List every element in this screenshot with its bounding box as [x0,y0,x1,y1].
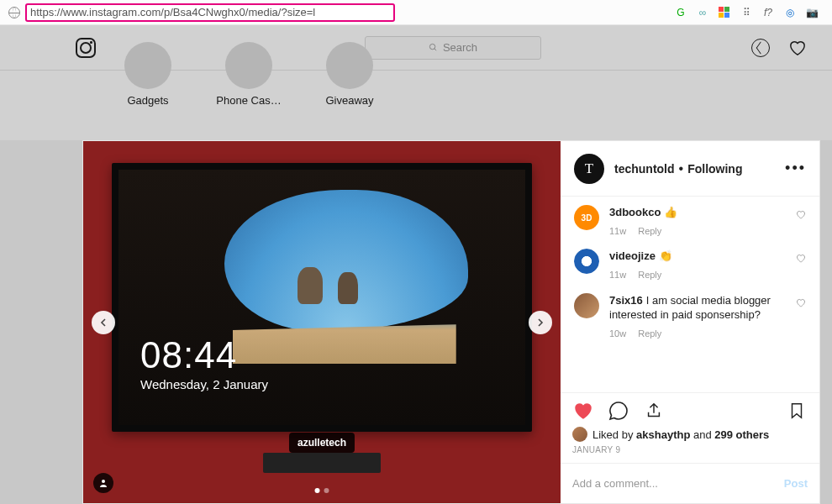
extension-icons: G ∞ ⠿ f? ◎ 📷 [674,6,824,19]
story-gadgets[interactable]: Gadgets [118,76,178,107]
likes-count[interactable]: 299 others [714,428,769,441]
liker-avatar [572,427,587,442]
post-actions [561,392,819,427]
prev-photo-button[interactable] [92,311,115,334]
clock-date: Wednesday, 2 January [140,377,268,391]
ext-target-icon[interactable]: ◎ [783,6,797,19]
comment-age: 11w [609,269,626,281]
commenter-avatar[interactable]: 3D [574,205,599,230]
share-button[interactable] [643,400,665,422]
like-comment-icon[interactable] [796,210,806,219]
commenter-username[interactable]: 7six16 [609,294,643,307]
commenter-avatar[interactable] [574,249,599,274]
ext-font-icon[interactable]: f? [761,6,775,19]
photo-tag[interactable]: azulletech [289,433,355,453]
likes-suffix: and [690,428,714,441]
more-options-button[interactable]: ••• [785,160,806,177]
tv-stand [263,453,381,473]
svg-rect-2 [719,13,724,18]
ext-link-icon[interactable]: ∞ [696,6,709,19]
carousel-dots [315,488,329,493]
add-comment-row: Add a comment... Post [561,463,819,503]
comment-age: 11w [609,225,626,238]
instagram-logo-icon[interactable] [76,38,96,58]
ext-grid-icon[interactable]: ⠿ [740,6,753,19]
reply-button[interactable]: Reply [638,328,661,340]
commenter-username[interactable]: videojize [609,249,656,262]
comment-age: 10w [609,328,626,340]
stories-row: Gadgets Phone Cas… Giveaway [0,71,832,140]
svg-rect-3 [724,13,729,18]
story-label: Gadgets [127,94,168,107]
likes-user[interactable]: akshaythp [636,428,690,441]
share-icon [645,401,663,421]
comment-button[interactable] [608,400,629,422]
reply-button[interactable]: Reply [638,269,661,281]
comment: videojize👏 11wReply [574,249,806,281]
story-label: Phone Cas… [216,94,281,107]
comments-list: 3D 3dbookco👍 11wReply videojize👏 11wRepl… [561,197,819,392]
like-button[interactable] [572,400,594,422]
likes-summary[interactable]: Liked by akshaythp and 299 others [561,427,819,445]
search-placeholder: Search [443,41,477,54]
comment-icon [608,401,629,421]
likes-prefix: Liked by [592,428,636,441]
save-button[interactable] [786,400,808,422]
svg-point-4 [429,44,434,49]
reply-button[interactable]: Reply [638,225,661,238]
next-photo-button[interactable] [529,311,552,334]
add-comment-input[interactable]: Add a comment... [572,477,784,490]
search-icon [429,43,438,52]
url-input[interactable]: https://www.instagram.com/p/Bsa4CNwghx0/… [25,3,395,22]
explore-icon[interactable] [751,39,770,57]
lockscreen-clock: 08:44 Wednesday, 2 January [140,337,268,391]
svg-line-5 [434,49,436,50]
post-comment-button[interactable]: Post [784,477,808,490]
url-text: https://www.instagram.com/p/Bsa4CNwghx0/… [30,6,315,18]
tv-screen: 08:44 Wednesday, 2 January [118,170,525,425]
svg-point-6 [102,480,105,483]
ext-camera-icon[interactable]: 📷 [805,6,819,19]
like-comment-icon[interactable] [796,254,806,263]
globe-icon [8,7,20,18]
activity-heart-icon[interactable] [788,39,807,56]
tv-frame: 08:44 Wednesday, 2 January [112,163,532,432]
comment-text: 👏 [659,249,672,262]
heart-filled-icon [572,401,594,421]
commenter-avatar[interactable] [574,293,599,318]
comment: 3D 3dbookco👍 11wReply [574,205,806,237]
story-giveaway[interactable]: Giveaway [319,76,380,107]
svg-rect-0 [719,7,724,12]
story-avatar [225,42,272,89]
post-sidebar: T techuntold • Following ••• 3D 3dbookco… [561,141,819,503]
post-timestamp: JANUARY 9 [561,445,819,463]
ext-grammarly-icon[interactable]: G [674,6,687,19]
follow-button[interactable]: Following [687,162,742,176]
story-phone-cases[interactable]: Phone Cas… [219,76,279,107]
tagged-people-button[interactable] [93,473,113,493]
post-modal: 08:44 Wednesday, 2 January azulletech T … [82,140,820,504]
comment-text: 👍 [664,206,677,218]
ext-color-icon[interactable] [718,6,731,19]
like-comment-icon[interactable] [796,298,806,307]
commenter-username[interactable]: 3dbookco [609,206,661,218]
story-label: Giveaway [325,94,373,107]
story-avatar [124,42,171,89]
author-username[interactable]: techuntold [614,162,675,176]
person-icon [98,478,108,488]
bookmark-icon [787,401,806,421]
separator-dot: • [679,161,684,176]
author-avatar[interactable]: T [574,154,604,184]
post-media[interactable]: 08:44 Wednesday, 2 January azulletech [83,141,561,503]
story-avatar [326,42,373,89]
post-header: T techuntold • Following ••• [561,141,819,197]
svg-rect-1 [724,7,729,12]
browser-address-bar: https://www.instagram.com/p/Bsa4CNwghx0/… [0,0,832,25]
comment: 7six16I am social media blogger interest… [574,293,806,340]
clock-time: 08:44 [140,337,268,374]
search-input[interactable]: Search [365,36,541,60]
